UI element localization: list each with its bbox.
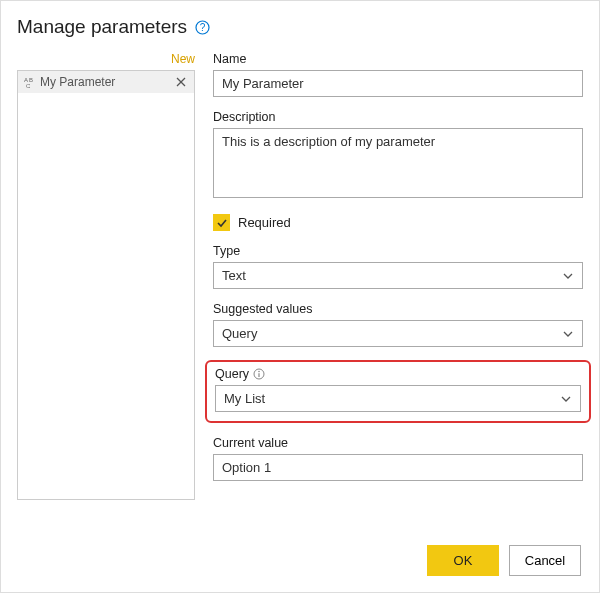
ok-button[interactable]: OK	[427, 545, 499, 576]
query-select[interactable]: My List	[215, 385, 581, 412]
current-value-label: Current value	[213, 436, 583, 450]
required-label: Required	[238, 215, 291, 230]
current-value-input[interactable]	[213, 454, 583, 481]
parameter-item-label: My Parameter	[40, 75, 174, 89]
description-input[interactable]: This is a description of my parameter	[213, 128, 583, 198]
dialog-title: Manage parameters	[17, 16, 187, 38]
parameter-form: Name Description This is a description o…	[213, 52, 583, 494]
cancel-button[interactable]: Cancel	[509, 545, 581, 576]
type-select[interactable]: Text	[213, 262, 583, 289]
description-label: Description	[213, 110, 583, 124]
type-select-value: Text	[222, 268, 246, 283]
chevron-down-icon	[562, 270, 574, 282]
suggested-values-select[interactable]: Query	[213, 320, 583, 347]
name-label: Name	[213, 52, 583, 66]
svg-point-8	[258, 371, 260, 373]
type-label: Type	[213, 244, 583, 258]
help-icon[interactable]: ?	[195, 20, 210, 35]
required-checkbox[interactable]	[213, 214, 230, 231]
chevron-down-icon	[560, 393, 572, 405]
chevron-down-icon	[562, 328, 574, 340]
abc-type-icon: A B C	[24, 76, 40, 88]
svg-text:?: ?	[200, 22, 206, 33]
query-select-value: My List	[224, 391, 265, 406]
parameter-list: A B C My Parameter	[17, 70, 195, 500]
query-label: Query	[215, 367, 581, 381]
info-icon[interactable]	[253, 368, 265, 380]
close-icon[interactable]	[174, 75, 188, 89]
suggested-values-value: Query	[222, 326, 257, 341]
parameter-sidebar: New A B C My Parameter	[17, 52, 195, 500]
suggested-values-label: Suggested values	[213, 302, 583, 316]
new-parameter-link[interactable]: New	[17, 52, 195, 66]
name-input[interactable]	[213, 70, 583, 97]
parameter-list-item[interactable]: A B C My Parameter	[18, 71, 194, 93]
svg-text:C: C	[26, 83, 31, 88]
query-highlight-box: Query My List	[205, 360, 591, 423]
